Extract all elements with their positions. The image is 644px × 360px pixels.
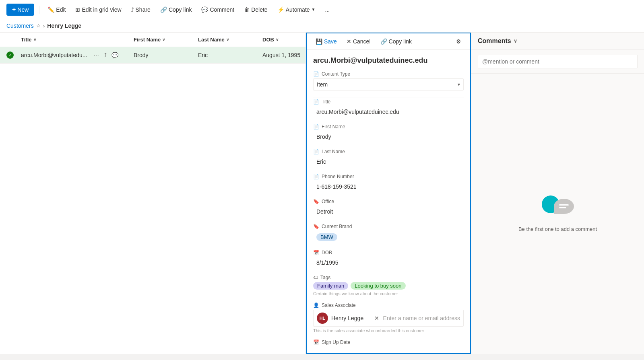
field-content-type: 📄 Content Type Item ▾ bbox=[313, 71, 464, 91]
field-signup-date: 📅 Sign Up Date bbox=[313, 339, 464, 345]
field-brand: 🔖 Current Brand BMW bbox=[313, 224, 464, 243]
cancel-button[interactable]: ✕ Cancel bbox=[344, 37, 373, 46]
bubble-gray-icon bbox=[554, 199, 574, 214]
sort-icon-title: ∨ bbox=[33, 37, 36, 42]
copy-link-button[interactable]: 🔗 Copy link bbox=[157, 5, 195, 14]
field-phone: 📄 Phone Number 1-618-159-3521 bbox=[313, 174, 464, 192]
delete-button[interactable]: 🗑 Delete bbox=[241, 5, 270, 14]
col-header-title[interactable]: Title ∨ bbox=[18, 33, 130, 47]
avatar: HL bbox=[317, 313, 328, 324]
grid-icon: ⊞ bbox=[75, 6, 80, 13]
field-last-name: 📄 Last Name Eric bbox=[313, 149, 464, 167]
field-value-dob: 8/1/1995 bbox=[313, 257, 464, 268]
breadcrumb-separator: › bbox=[43, 23, 45, 29]
breadcrumb-parent[interactable]: Customers bbox=[6, 23, 34, 29]
field-value-last-name: Eric bbox=[313, 156, 464, 167]
sort-icon-firstname: ∨ bbox=[162, 37, 165, 42]
table-row[interactable]: ✓ arcu.Morbi@vulputatedu... ⋯ ⤴ 💬 Brody … bbox=[0, 47, 305, 64]
person-input[interactable]: HL Henry Legge ✕ Enter a name or email a… bbox=[313, 310, 464, 327]
toolbar: + New ✏️ Edit ⊞ Edit in grid view ⤴ Shar… bbox=[0, 0, 644, 19]
tags-container: Family man Looking to buy soon bbox=[313, 282, 464, 290]
comments-title: Comments bbox=[478, 37, 511, 45]
tag-looking-to-buy: Looking to buy soon bbox=[351, 282, 405, 290]
field-label-phone: 📄 Phone Number bbox=[313, 174, 464, 179]
cancel-icon: ✕ bbox=[347, 38, 351, 45]
brand-icon: 🔖 bbox=[313, 224, 319, 229]
more-button[interactable]: ... bbox=[322, 5, 333, 14]
automate-button[interactable]: ⚡ Automate ▼ bbox=[274, 5, 319, 14]
field-label-last-name: 📄 Last Name bbox=[313, 149, 464, 154]
row-title: arcu.Morbi@vulputatedu... ⋯ ⤴ 💬 bbox=[18, 47, 130, 63]
lastname-icon: 📄 bbox=[313, 149, 319, 154]
comments-empty-text: Be the first one to add a comment bbox=[518, 226, 597, 232]
phone-icon: 📄 bbox=[313, 174, 319, 179]
row-share-btn[interactable]: ⤴ bbox=[102, 51, 108, 59]
edit-button[interactable]: ✏️ Edit bbox=[44, 5, 69, 14]
col-header-lastname[interactable]: Last Name ∨ bbox=[195, 33, 259, 47]
remove-person-button[interactable]: ✕ bbox=[374, 314, 380, 322]
new-button[interactable]: + New bbox=[6, 4, 34, 16]
plus-icon: + bbox=[12, 6, 16, 13]
field-label-sales-associate: 👤 Sales Associate bbox=[313, 302, 464, 308]
sort-icon-lastname: ∨ bbox=[226, 37, 229, 42]
comment-icon: 💬 bbox=[201, 6, 208, 13]
brand-tag: BMW bbox=[316, 233, 337, 241]
detail-content: arcu.Morbi@vulputateduinec.edu 📄 Content… bbox=[307, 50, 470, 353]
comments-chevron-icon[interactable]: ∨ bbox=[514, 38, 517, 44]
tag-family-man: Family man bbox=[313, 282, 348, 290]
edit-icon: ✏️ bbox=[47, 6, 54, 13]
detail-menu-button[interactable]: ⚙ bbox=[454, 37, 464, 46]
col-header-dob[interactable]: DOB ∨ bbox=[259, 33, 306, 47]
field-label-title: 📄 Title bbox=[313, 99, 464, 105]
bubble-line bbox=[559, 204, 569, 206]
copy-link-icon: 🔗 bbox=[380, 38, 387, 45]
row-lastname: Eric bbox=[195, 48, 259, 62]
field-label-office: 🔖 Office bbox=[313, 199, 464, 204]
detail-top-bar: 💾 Save ✕ Cancel 🔗 Copy link ⚙ bbox=[307, 33, 470, 50]
save-button[interactable]: 💾 Save bbox=[313, 37, 339, 46]
field-label-tags: 🏷 Tags bbox=[313, 275, 464, 280]
comments-input[interactable] bbox=[478, 55, 638, 68]
sales-icon: 👤 bbox=[313, 302, 319, 308]
person-input-placeholder[interactable]: Enter a name or email address bbox=[383, 315, 460, 321]
comments-input-area bbox=[471, 50, 644, 74]
field-value-first-name: Brody bbox=[313, 131, 464, 142]
office-icon: 🔖 bbox=[313, 199, 319, 204]
row-firstname: Brody bbox=[130, 48, 195, 62]
field-office: 🔖 Office Detroit bbox=[313, 199, 464, 217]
check-circle-icon: ✓ bbox=[6, 51, 14, 59]
col-header-firstname[interactable]: First Name ∨ bbox=[130, 33, 195, 47]
main-layout: Title ∨ First Name ∨ Last Name ∨ DOB ∨ ✓ bbox=[0, 33, 644, 354]
detail-panel: 💾 Save ✕ Cancel 🔗 Copy link ⚙ arcu.Morbi… bbox=[306, 33, 471, 354]
row-more-btn[interactable]: ⋯ bbox=[92, 51, 101, 59]
edit-grid-button[interactable]: ⊞ Edit in grid view bbox=[72, 5, 124, 14]
field-label-first-name: 📄 First Name bbox=[313, 124, 464, 130]
field-label-content-type: 📄 Content Type bbox=[313, 71, 464, 77]
tags-hint: Certain things we know about the custome… bbox=[313, 291, 464, 296]
content-type-select[interactable]: Item ▾ bbox=[313, 78, 464, 91]
bubble-line bbox=[559, 207, 566, 208]
list-panel: Title ∨ First Name ∨ Last Name ∨ DOB ∨ ✓ bbox=[0, 33, 306, 354]
star-icon[interactable]: ☆ bbox=[36, 23, 41, 29]
field-value-brand: BMW bbox=[313, 231, 464, 243]
automate-icon: ⚡ bbox=[277, 6, 284, 13]
toolbar-separator bbox=[39, 6, 39, 14]
comments-empty: Be the first one to add a comment bbox=[471, 74, 644, 354]
detail-email-title: arcu.Morbi@vulputateduinec.edu bbox=[313, 56, 464, 65]
table-header: Title ∨ First Name ∨ Last Name ∨ DOB ∨ bbox=[0, 33, 305, 47]
comments-header: Comments ∨ bbox=[471, 33, 644, 50]
row-actions: ⋯ ⤴ 💬 bbox=[92, 51, 120, 59]
field-tags: 🏷 Tags Family man Looking to buy soon Ce… bbox=[313, 275, 464, 296]
field-title: 📄 Title arcu.Morbi@vulputateduinec.edu bbox=[313, 99, 464, 117]
content-type-icon: 📄 bbox=[313, 71, 319, 77]
col-header-check bbox=[3, 33, 18, 47]
chevron-down-icon: ▼ bbox=[312, 7, 316, 12]
divider bbox=[313, 97, 464, 97]
detail-copy-link-button[interactable]: 🔗 Copy link bbox=[378, 37, 415, 46]
field-value-phone: 1-618-159-3521 bbox=[313, 181, 464, 192]
share-button[interactable]: ⤴ Share bbox=[128, 5, 154, 14]
field-label-signup-date: 📅 Sign Up Date bbox=[313, 339, 464, 345]
row-comment-btn[interactable]: 💬 bbox=[110, 51, 120, 59]
comment-button[interactable]: 💬 Comment bbox=[198, 5, 237, 14]
chevron-down-icon: ▾ bbox=[458, 82, 460, 87]
